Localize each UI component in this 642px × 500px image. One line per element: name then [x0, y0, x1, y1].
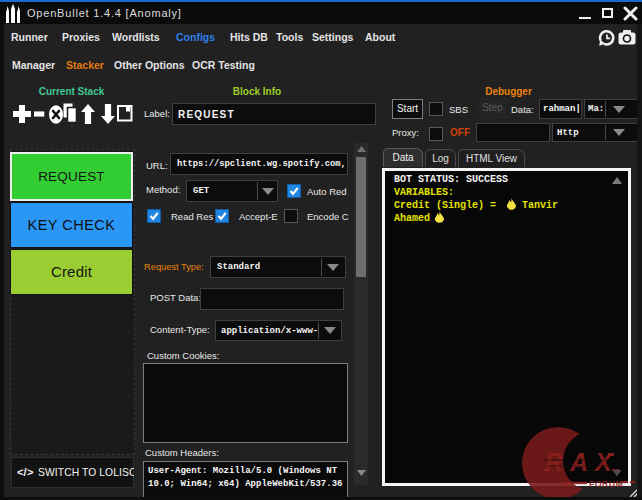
svg-text:FORUM: FORUM — [589, 479, 623, 489]
svg-text:RAX: RAX — [545, 448, 619, 476]
